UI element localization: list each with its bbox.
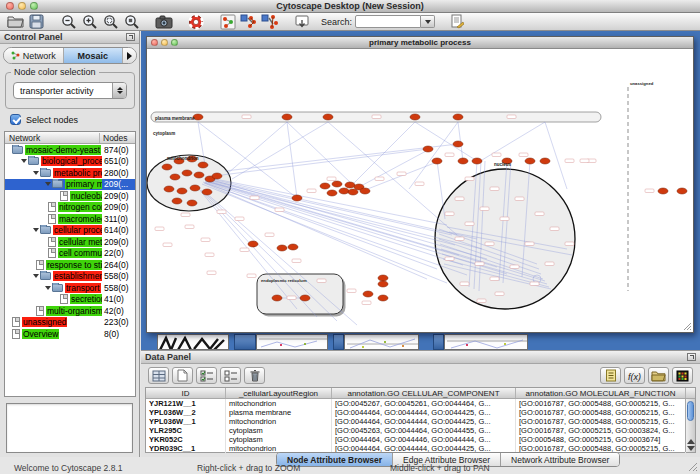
network-node[interactable] xyxy=(170,174,180,180)
save-icon[interactable] xyxy=(26,13,47,30)
network-node[interactable] xyxy=(453,141,463,147)
network-node[interactable] xyxy=(212,173,222,179)
tree-row[interactable]: biological_process651(0) xyxy=(5,156,135,168)
tree-row[interactable]: primary metabo209(... xyxy=(5,179,135,191)
scrollbar-thumb[interactable] xyxy=(687,401,694,421)
network-node[interactable] xyxy=(190,185,200,191)
tree-row[interactable]: multi-organism pro42(0) xyxy=(5,305,135,317)
network-node[interactable] xyxy=(378,295,388,301)
background-window-titlebar[interactable] xyxy=(234,334,256,350)
network-overview-icon[interactable] xyxy=(217,13,238,30)
layout-nodes-2-icon[interactable] xyxy=(259,13,280,30)
snapshot-camera-icon[interactable] xyxy=(153,13,174,30)
table-column-header[interactable]: ID xyxy=(146,388,226,398)
float-panel-icon[interactable] xyxy=(126,33,135,41)
network-node[interactable] xyxy=(432,158,442,164)
tree-row[interactable]: mosaic-demo-yeast874(0) xyxy=(5,144,135,156)
search-input[interactable] xyxy=(355,15,421,28)
network-node[interactable] xyxy=(332,181,342,187)
table-row[interactable]: YPL036W__2plasma membrane[GO:0044464, GO… xyxy=(146,408,695,417)
import-attributes-folder-icon[interactable] xyxy=(648,367,669,384)
network-node[interactable] xyxy=(300,295,310,301)
network-node[interactable] xyxy=(658,188,668,194)
heatmap-view-icon[interactable] xyxy=(672,367,693,384)
search-dropdown-button[interactable] xyxy=(421,15,435,28)
tree-row[interactable]: transport558(0) xyxy=(5,282,135,294)
network-node[interactable] xyxy=(277,245,287,251)
table-column-header[interactable]: annotation.GO MOLECULAR_FUNCTION xyxy=(516,388,686,398)
network-node[interactable] xyxy=(472,158,482,164)
scroll-up-icon[interactable] xyxy=(687,439,695,444)
background-window-fragment[interactable] xyxy=(157,334,229,350)
tree-row[interactable]: cell communicat22(0) xyxy=(5,248,135,260)
network-window-titlebar[interactable]: primary metabolic process xyxy=(147,37,693,49)
table-column-header[interactable]: annotation.GO CELLULAR_COMPONENT xyxy=(332,388,516,398)
tree-expand-icon[interactable] xyxy=(32,228,40,232)
network-node[interactable] xyxy=(378,275,388,281)
network-node[interactable] xyxy=(282,114,292,120)
attribute-matrix-icon[interactable] xyxy=(148,367,169,384)
tree-column-nodes[interactable]: Nodes xyxy=(100,133,135,143)
tree-row[interactable]: metabolic process280(0) xyxy=(5,167,135,179)
tree-row[interactable]: establishment of lo558(0) xyxy=(5,271,135,283)
background-window-fragment[interactable] xyxy=(256,334,328,350)
network-node[interactable] xyxy=(378,281,388,287)
network-node[interactable] xyxy=(320,183,330,189)
tree-row[interactable]: nucleobase-209(0) xyxy=(5,190,135,202)
network-node[interactable] xyxy=(202,189,212,195)
zoom-selected-icon[interactable] xyxy=(121,13,142,30)
tab-mosaic[interactable]: Mosaic xyxy=(64,48,124,63)
attribute-notes-icon[interactable] xyxy=(600,367,621,384)
network-canvas[interactable]: plasma membranecytoplasmmitochondrionnuc… xyxy=(147,49,693,332)
network-node[interactable] xyxy=(198,162,208,168)
birds-eye-view[interactable] xyxy=(6,403,133,453)
help-ring-icon[interactable] xyxy=(185,13,206,30)
float-panel-icon[interactable] xyxy=(687,353,696,361)
tree-expand-icon[interactable] xyxy=(44,286,52,290)
tab-network-attribute-browser[interactable]: Network Attribute Browser xyxy=(501,453,619,466)
network-node[interactable] xyxy=(288,244,298,250)
zoom-fit-icon[interactable] xyxy=(100,13,121,30)
network-node[interactable] xyxy=(360,188,370,194)
select-attributes-icon[interactable] xyxy=(196,367,217,384)
tab-network[interactable]: Network xyxy=(4,48,64,63)
network-node[interactable] xyxy=(525,158,535,164)
app-resize-grip[interactable] xyxy=(687,461,698,472)
select-nodes-checkbox[interactable] xyxy=(10,114,21,125)
network-node[interactable] xyxy=(162,164,172,170)
scroll-down-icon[interactable] xyxy=(687,446,695,451)
zoom-out-icon[interactable] xyxy=(58,13,79,30)
tree-row[interactable]: secretion41(0) xyxy=(5,294,135,306)
network-node[interactable] xyxy=(677,188,687,194)
delete-attributes-trash-icon[interactable] xyxy=(244,367,265,384)
network-node[interactable] xyxy=(182,170,192,176)
table-scrollbar[interactable] xyxy=(685,399,695,452)
tree-expand-icon[interactable] xyxy=(32,274,40,278)
network-node[interactable] xyxy=(458,158,468,164)
network-node[interactable] xyxy=(363,291,373,297)
table-row[interactable]: YLR295Ccytoplasm[GO:0045263, GO:0044464,… xyxy=(146,426,695,435)
table-row[interactable]: YKR052Ccytoplasm[GO:0044464, GO:0044446,… xyxy=(146,435,695,444)
network-node[interactable] xyxy=(345,182,355,188)
app-titlebar[interactable]: Cytoscape Desktop (New Session) xyxy=(0,0,700,13)
network-node[interactable] xyxy=(410,114,420,120)
table-row[interactable]: YPL036W__1mitochondrion[GO:0044464, GO:0… xyxy=(146,417,695,426)
table-column-header[interactable]: _cellularLayoutRegion xyxy=(226,388,332,398)
background-window-fragment[interactable] xyxy=(344,334,419,350)
network-node[interactable] xyxy=(540,158,550,164)
network-node[interactable] xyxy=(164,186,174,192)
function-builder-icon[interactable]: f(x) xyxy=(624,367,645,384)
network-node[interactable] xyxy=(187,200,197,206)
network-node[interactable] xyxy=(292,195,302,201)
tree-expand-icon[interactable] xyxy=(32,171,40,175)
network-node[interactable] xyxy=(177,188,187,194)
tree-expand-icon[interactable] xyxy=(20,159,28,163)
tree-row[interactable]: unassigned223(0) xyxy=(5,317,135,329)
tree-column-network[interactable]: Network xyxy=(5,133,100,143)
annotation-box-icon[interactable] xyxy=(291,13,312,30)
tree-row[interactable]: macromolecule311(0) xyxy=(5,213,135,225)
table-row[interactable]: YJR121W__1mitochondrion[GO:0045267, GO:0… xyxy=(146,399,695,408)
window-resize-grip[interactable] xyxy=(682,321,692,331)
tree-row[interactable]: nitrogen compo209(0) xyxy=(5,202,135,214)
network-node[interactable] xyxy=(248,241,258,247)
